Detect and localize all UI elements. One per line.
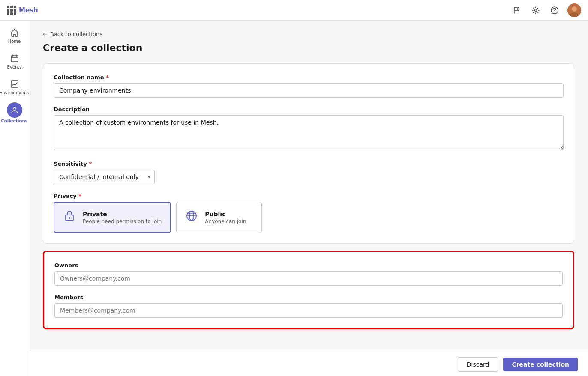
privacy-card-private[interactable]: Private People need permission to join xyxy=(54,202,171,233)
settings-icon[interactable] xyxy=(530,4,542,16)
sidebar-item-collections-label: Collections xyxy=(1,119,28,124)
privacy-card-public[interactable]: Public Anyone can join xyxy=(176,202,262,233)
svg-point-0 xyxy=(535,9,537,11)
sensitivity-label: Sensitivity * xyxy=(54,161,564,167)
lock-icon xyxy=(63,209,76,225)
svg-point-4 xyxy=(572,6,577,12)
back-arrow-icon: ← xyxy=(43,31,48,37)
owners-members-card: Owners Members xyxy=(43,251,574,329)
events-icon xyxy=(10,54,19,64)
privacy-card-private-text: Private People need permission to join xyxy=(83,211,162,224)
privacy-card-public-text: Public Anyone can join xyxy=(205,211,246,224)
owners-label: Owners xyxy=(54,262,563,269)
topbar-right xyxy=(511,3,581,17)
privacy-field: Privacy * Private People need p xyxy=(54,193,564,233)
back-link-text: Back to collections xyxy=(50,31,102,37)
discard-button[interactable]: Discard xyxy=(458,357,498,372)
help-icon[interactable] xyxy=(549,4,561,16)
sensitivity-field: Sensitivity * Confidential / Internal on… xyxy=(54,161,564,184)
environments-icon xyxy=(10,80,19,90)
svg-point-2 xyxy=(554,12,555,12)
svg-point-10 xyxy=(69,217,70,219)
members-input[interactable] xyxy=(54,303,563,318)
sensitivity-select[interactable]: Confidential / Internal only General Hig… xyxy=(54,170,155,184)
members-field: Members xyxy=(54,294,563,318)
sidebar-item-home[interactable]: Home xyxy=(2,24,27,48)
app-title: Mesh xyxy=(19,6,38,14)
sidebar-item-collections[interactable]: Collections xyxy=(2,101,27,125)
private-desc: People need permission to join xyxy=(83,218,162,224)
collection-name-field: Collection name * xyxy=(54,74,564,98)
home-icon xyxy=(10,28,19,38)
svg-rect-7 xyxy=(11,81,18,87)
private-title: Private xyxy=(83,211,162,218)
form-card: Collection name * Description A collecti… xyxy=(43,63,574,244)
topbar: Mesh xyxy=(0,0,588,21)
owners-field: Owners xyxy=(54,262,563,286)
privacy-options: Private People need permission to join xyxy=(54,202,564,233)
bottom-bar: Discard Create collection xyxy=(29,352,588,376)
owners-input[interactable] xyxy=(54,271,563,286)
flag-icon[interactable] xyxy=(511,4,523,16)
main-content: ← Back to collections Create a collectio… xyxy=(29,21,588,376)
app-icon: Mesh xyxy=(7,6,38,15)
description-field: Description A collection of custom envir… xyxy=(54,106,564,152)
svg-rect-6 xyxy=(11,56,18,62)
create-collection-button[interactable]: Create collection xyxy=(503,358,578,371)
required-star: * xyxy=(106,74,109,81)
sensitivity-select-wrapper: Confidential / Internal only General Hig… xyxy=(54,170,155,184)
description-input[interactable]: A collection of custom environments for … xyxy=(54,115,564,150)
sidebar: Home Events Environments Collections xyxy=(0,21,29,376)
members-label: Members xyxy=(54,294,563,301)
sidebar-item-home-label: Home xyxy=(8,39,21,44)
collections-icon xyxy=(7,102,22,118)
sidebar-item-events[interactable]: Events xyxy=(2,50,27,74)
grid-menu-icon[interactable] xyxy=(7,6,16,15)
globe-icon xyxy=(185,209,198,225)
public-desc: Anyone can join xyxy=(205,218,246,224)
sidebar-item-environments-label: Environments xyxy=(0,90,29,95)
svg-point-8 xyxy=(13,108,16,111)
privacy-label: Privacy * xyxy=(54,193,564,199)
collection-name-input[interactable] xyxy=(54,83,564,98)
sensitivity-required-star: * xyxy=(89,161,92,167)
privacy-required-star: * xyxy=(78,193,81,199)
public-title: Public xyxy=(205,211,246,218)
collection-name-label: Collection name * xyxy=(54,74,564,81)
back-link[interactable]: ← Back to collections xyxy=(43,31,574,37)
description-label: Description xyxy=(54,106,564,113)
sidebar-item-environments[interactable]: Environments xyxy=(2,75,27,99)
sidebar-item-events-label: Events xyxy=(7,65,22,70)
page-title: Create a collection xyxy=(43,42,574,53)
avatar[interactable] xyxy=(567,3,581,17)
